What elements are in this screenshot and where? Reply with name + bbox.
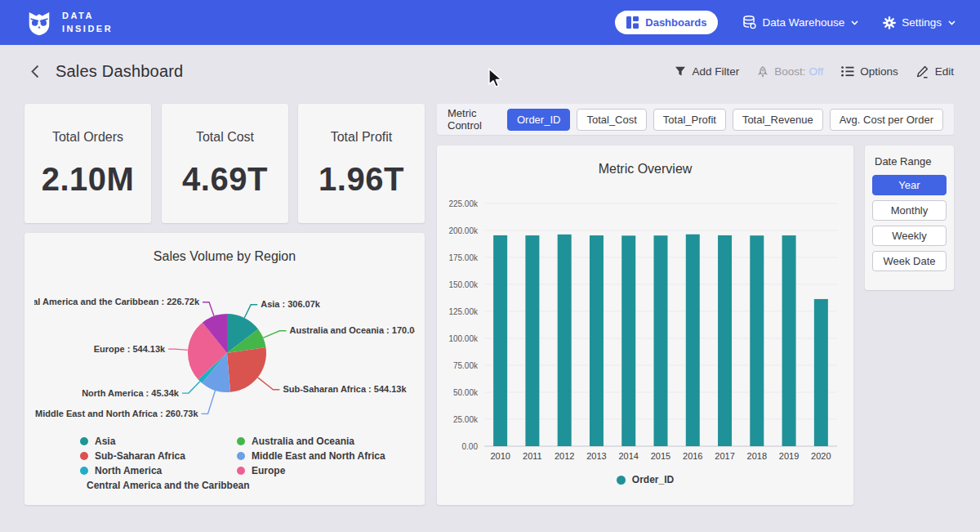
svg-text:2016: 2016	[683, 451, 702, 461]
kpi-label: Total Cost	[196, 130, 254, 145]
date-range-label: Date Range	[875, 155, 947, 168]
kpi-label: Total Orders	[52, 130, 123, 145]
chevron-down-icon	[851, 20, 858, 25]
legend-item-europe[interactable]: Europe	[237, 463, 385, 478]
svg-text:125.00k: 125.00k	[448, 307, 479, 316]
legend-item-asia[interactable]: Asia	[80, 434, 237, 449]
owl-logo-icon	[24, 8, 54, 38]
legend-label: Asia	[95, 436, 115, 447]
top-navbar: DATA INSIDER Dashboards Data Warehouse	[0, 0, 980, 45]
list-icon	[841, 65, 854, 78]
database-icon	[742, 16, 756, 29]
svg-text:Sub-Saharan Africa : 544.13k: Sub-Saharan Africa : 544.13k	[283, 384, 407, 394]
pie-chart-legend: AsiaAustralia and OceaniaSub-Saharan Afr…	[80, 434, 385, 493]
rocket-icon	[757, 66, 768, 78]
svg-text:2012: 2012	[555, 451, 574, 461]
kpi-value: 2.10M	[42, 161, 135, 198]
legend-item-australia-and-oceania[interactable]: Australia and Oceania	[237, 434, 385, 449]
metric-option-order-id[interactable]: Order_ID	[507, 109, 570, 131]
bar-chart-legend: Order_ID	[437, 474, 853, 485]
pie-chart-title: Sales Volume by Region	[24, 249, 425, 264]
svg-text:0.00: 0.00	[462, 442, 479, 451]
legend-item-north-america[interactable]: North America	[80, 463, 237, 478]
legend-label: Central America and the Caribbean	[87, 480, 250, 491]
filter-icon	[675, 66, 686, 77]
svg-text:2014: 2014	[618, 451, 638, 461]
svg-text:2010: 2010	[490, 451, 510, 461]
svg-text:2013: 2013	[586, 451, 606, 461]
brand-line2: INSIDER	[62, 23, 113, 36]
metric-option-avg-cost-per-order[interactable]: Avg. Cost per Order	[830, 109, 943, 131]
settings-label: Settings	[902, 16, 942, 29]
gear-icon	[883, 16, 896, 29]
date-range-option-year[interactable]: Year	[872, 175, 947, 195]
svg-text:Central America and the Caribb: Central America and the Caribbean : 226.…	[34, 297, 200, 306]
svg-text:150.00k: 150.00k	[448, 280, 479, 289]
chevron-down-icon	[948, 20, 956, 25]
boost-label: Boost:	[774, 65, 805, 78]
brand-line1: DATA	[62, 10, 113, 23]
metric-overview-card: Metric Overview 0.0025.00k50.00k75.00k10…	[437, 145, 853, 505]
svg-text:75.00k: 75.00k	[453, 361, 479, 370]
kpi-card-total-orders: Total Orders 2.10M	[24, 104, 151, 223]
legend-label: Middle East and North Africa	[252, 450, 385, 462]
legend-label: Sub-Saharan Africa	[95, 450, 185, 462]
svg-text:North America : 45.34k: North America : 45.34k	[82, 388, 180, 398]
data-warehouse-label: Data Warehouse	[762, 16, 844, 29]
svg-text:2015: 2015	[651, 451, 670, 461]
edit-button[interactable]: Edit	[916, 65, 954, 78]
legend-item-sub-saharan-africa[interactable]: Sub-Saharan Africa	[80, 449, 237, 463]
add-filter-label: Add Filter	[692, 65, 739, 78]
navbar-menu: Dashboards Data Warehouse	[615, 11, 956, 34]
legend-dot	[237, 467, 245, 475]
metric-option-total-cost[interactable]: Total_Cost	[577, 109, 646, 131]
date-range-option-week-date[interactable]: Week Date	[872, 251, 947, 271]
svg-text:175.00k: 175.00k	[448, 253, 479, 262]
kpi-value: 1.96T	[318, 161, 404, 198]
legend-dot	[237, 452, 245, 460]
svg-text:Australia and Oceania : 170.04: Australia and Oceania : 170.04k	[289, 325, 415, 335]
metric-control-label: Metric Control	[448, 107, 496, 132]
svg-text:2011: 2011	[523, 451, 542, 461]
options-label: Options	[860, 65, 898, 78]
metric-option-total-revenue[interactable]: Total_Revenue	[733, 109, 823, 131]
add-filter-button[interactable]: Add Filter	[675, 65, 739, 78]
svg-text:Middle East and North Africa :: Middle East and North Africa : 260.73k	[35, 409, 198, 418]
bar-legend-label: Order_ID	[632, 474, 674, 485]
legend-label: Europe	[252, 465, 285, 476]
date-range-option-monthly[interactable]: Monthly	[872, 200, 947, 221]
legend-dot	[80, 437, 88, 445]
date-range-option-weekly[interactable]: Weekly	[872, 226, 947, 246]
legend-label: Australia and Oceania	[252, 436, 354, 447]
dashboards-label: Dashboards	[645, 16, 706, 29]
svg-text:100.00k: 100.00k	[448, 334, 479, 343]
legend-item-central-america-and-the-caribbean[interactable]: Central America and the Caribbean	[80, 478, 237, 493]
svg-text:Asia : 306.07k: Asia : 306.07k	[261, 299, 321, 309]
dashboards-icon	[626, 16, 639, 29]
date-range-card: Date Range YearMonthlyWeeklyWeek Date	[865, 145, 954, 290]
date-range-buttons: YearMonthlyWeeklyWeek Date	[872, 175, 947, 271]
svg-text:2017: 2017	[715, 451, 734, 461]
svg-text:25.00k: 25.00k	[453, 415, 479, 424]
kpi-label: Total Profit	[331, 130, 393, 145]
legend-dot	[80, 467, 88, 475]
legend-item-middle-east-and-north-africa[interactable]: Middle East and North Africa	[237, 449, 385, 463]
svg-text:225.00k: 225.00k	[448, 199, 479, 208]
kpi-card-total-cost: Total Cost 4.69T	[162, 104, 288, 223]
svg-text:Europe : 544.13k: Europe : 544.13k	[94, 344, 166, 354]
boost-toggle[interactable]: Boost: Off	[757, 65, 823, 78]
options-button[interactable]: Options	[841, 65, 898, 78]
header-actions: Add Filter Boost: Off Options	[675, 65, 954, 78]
kpi-value: 4.69T	[182, 161, 268, 198]
legend-dot	[617, 476, 626, 485]
settings-menu[interactable]: Settings	[883, 16, 956, 29]
metric-control-bar: Metric Control Order_IDTotal_CostTotal_P…	[437, 104, 954, 135]
data-warehouse-menu[interactable]: Data Warehouse	[742, 16, 858, 29]
back-button[interactable]	[26, 61, 44, 82]
dashboards-button[interactable]: Dashboards	[615, 11, 718, 34]
metric-buttons: Order_IDTotal_CostTotal_ProfitTotal_Reve…	[507, 109, 943, 131]
brand-logo[interactable]: DATA INSIDER	[24, 8, 113, 38]
svg-text:200.00k: 200.00k	[448, 226, 479, 235]
metric-option-total-profit[interactable]: Total_Profit	[653, 109, 726, 131]
bar-chart-title: Metric Overview	[437, 162, 853, 177]
